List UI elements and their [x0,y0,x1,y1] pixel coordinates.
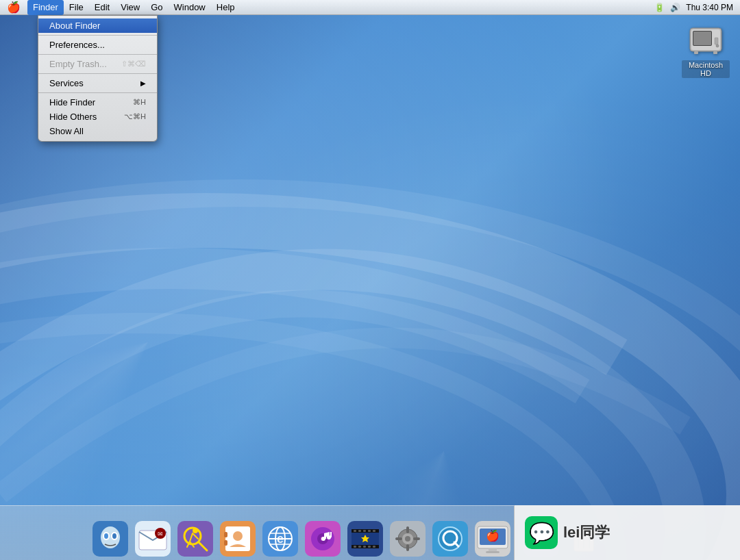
about-finder-item[interactable]: About Finder [38,18,157,33]
macintosh-hd-label: Macintosh HD [682,60,730,78]
svg-rect-57 [363,546,366,548]
wechat-area: 💬 lei同学 [514,505,740,560]
svg-point-30 [233,531,243,541]
svg-rect-54 [373,530,375,532]
svg-rect-50 [354,530,356,532]
dock-sherlock-icon[interactable] [175,517,215,557]
dock-address-book-icon[interactable] [218,517,258,557]
svg-rect-77 [486,551,500,553]
about-finder-label: About Finder [49,21,100,31]
wechat-logo-icon: 💬 [529,521,554,545]
go-menu[interactable]: Go [145,0,168,15]
file-menu[interactable]: File [64,0,89,15]
svg-rect-51 [358,530,361,532]
empty-trash-label: Empty Trash... [49,59,107,69]
separator-3 [38,73,157,74]
menubar-left: 🍎 Finder File Edit View Go Window Help [0,0,654,15]
dock-imovie-icon[interactable] [345,517,385,557]
svg-rect-10 [694,51,698,54]
window-menu[interactable]: Window [169,0,211,15]
finder-dropdown: About Finder Preferences... Empty Trash.… [38,15,158,142]
svg-text:e: e [277,532,284,546]
hide-finder-shortcut: ⌘H [133,98,146,107]
menubar: 🍎 Finder File Edit View Go Window Help 🔋… [0,0,740,15]
svg-rect-22 [177,521,213,557]
apple-menu[interactable]: 🍎 [0,0,27,15]
preferences-item[interactable]: Preferences... [38,38,157,52]
preferences-label: Preferences... [49,40,105,50]
wechat-label: lei同学 [563,522,610,543]
dock-finder-icon[interactable] [90,517,130,557]
show-all-item[interactable]: Show All [38,124,157,138]
dock-macos-icon[interactable]: 🍎 [473,517,513,557]
svg-rect-58 [368,546,371,548]
hide-finder-label: Hide Finder [49,97,95,107]
svg-rect-56 [358,546,361,548]
empty-trash-item[interactable]: Empty Trash... ⇧⌘⌫ [38,57,157,71]
empty-trash-shortcut: ⇧⌘⌫ [121,60,146,68]
dock-quicktime-icon[interactable] [430,517,470,557]
battery-icon: 🔋 [654,3,665,12]
hide-finder-item[interactable]: Hide Finder ⌘H [38,95,157,110]
dock-ie-icon[interactable]: e [260,517,300,557]
hide-others-label: Hide Others [49,112,97,122]
hard-drive-icon [687,24,724,58]
svg-point-63 [405,536,410,542]
volume-icon: 🔊 [670,3,680,12]
svg-rect-53 [368,530,371,532]
svg-rect-29 [224,540,227,546]
svg-rect-8 [715,38,718,44]
services-label: Services [49,78,84,88]
svg-text:✉: ✉ [158,531,163,537]
finder-menu[interactable]: Finder [27,0,64,15]
svg-rect-11 [713,51,717,54]
svg-rect-28 [224,532,227,537]
show-all-label: Show All [49,126,84,136]
clock: Thu 3:40 PM [686,3,733,12]
dock-sysprefs-icon[interactable] [388,517,428,557]
svg-point-25 [193,528,198,533]
dock-itunes-icon[interactable] [303,517,343,557]
svg-point-16 [104,533,108,539]
svg-rect-7 [693,31,711,45]
menubar-right: 🔋 🔊 Thu 3:40 PM [654,3,740,12]
macintosh-hd-icon[interactable]: Macintosh HD [682,24,730,78]
view-menu[interactable]: View [115,0,145,15]
services-submenu-arrow-icon: ▶ [140,79,146,87]
separator-4 [38,92,157,93]
apple-logo-icon: 🍎 [7,1,21,14]
wechat-icon[interactable]: 💬 [525,516,558,549]
svg-rect-52 [363,530,366,532]
separator-1 [38,35,157,36]
hide-others-shortcut: ⌥⌘H [124,112,146,121]
svg-rect-59 [373,546,375,548]
svg-point-17 [112,533,116,539]
help-menu[interactable]: Help [211,0,241,15]
svg-text:🍎: 🍎 [486,529,500,542]
services-item[interactable]: Services ▶ [38,76,157,90]
dock-mail-icon[interactable]: ✉ [133,517,173,557]
edit-menu[interactable]: Edit [89,0,115,15]
svg-point-9 [716,44,719,47]
hide-others-item[interactable]: Hide Others ⌥⌘H [38,110,157,124]
separator-2 [38,54,157,55]
svg-rect-55 [354,546,356,548]
